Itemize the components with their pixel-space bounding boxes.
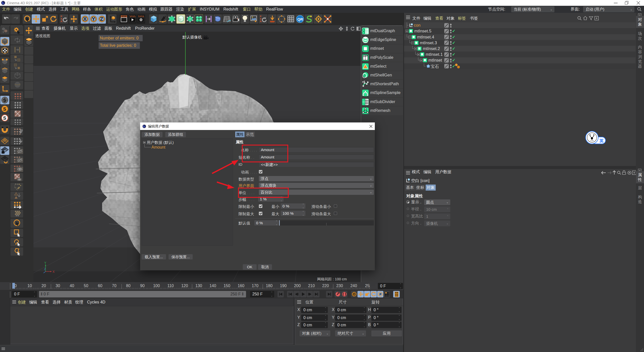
svg-text:R: R: [260, 20, 262, 23]
svg-text:Z: Z: [44, 268, 46, 271]
svg-text:X: X: [53, 270, 55, 274]
svg-text:Z: Z: [100, 16, 103, 22]
svg-text:QR: QR: [297, 17, 303, 21]
svg-text:S: S: [3, 116, 6, 121]
svg-text:Y: Y: [44, 261, 46, 265]
svg-text:R: R: [61, 20, 62, 23]
svg-text:X: X: [84, 16, 87, 22]
svg-text:S: S: [3, 98, 6, 103]
svg-text:P: P: [380, 293, 382, 296]
svg-text:Y: Y: [92, 16, 95, 22]
svg-text:S: S: [3, 107, 6, 112]
